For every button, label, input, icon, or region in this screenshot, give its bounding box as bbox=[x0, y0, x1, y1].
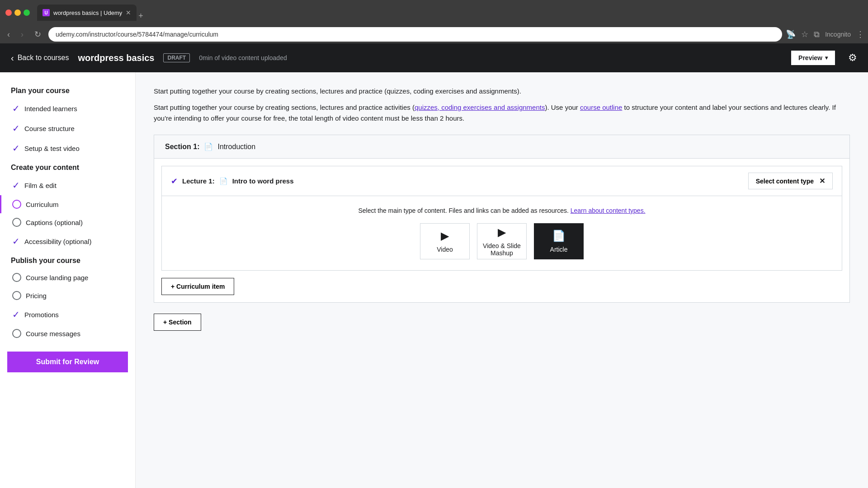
video-slide-mashup-option[interactable]: ▶ Video & Slide Mashup bbox=[477, 223, 527, 259]
circle-icon bbox=[12, 291, 21, 300]
check-icon: ✓ bbox=[12, 180, 20, 191]
check-icon: ✓ bbox=[12, 123, 20, 134]
preview-button[interactable]: Preview ▾ bbox=[791, 50, 835, 66]
lecture-title-text: Intro to word press bbox=[232, 177, 294, 185]
main-layout: Plan your course ✓ Intended learners ✓ C… bbox=[0, 72, 868, 488]
back-arrow-icon: ‹ bbox=[11, 53, 14, 63]
sidebar-item-label: Setup & test video bbox=[24, 145, 80, 152]
browser-tab[interactable]: U wordpress basics | Udemy ✕ bbox=[37, 5, 137, 21]
article-icon: 📄 bbox=[552, 230, 566, 242]
intro-paragraph-2: Start putting together your course by cr… bbox=[154, 102, 850, 124]
bookmark-icon: ☆ bbox=[801, 29, 808, 39]
sidebar-publish-section-title: Publish your course bbox=[0, 251, 135, 268]
new-tab-button[interactable]: + bbox=[138, 11, 143, 21]
lecture-doc-icon: 📄 bbox=[219, 177, 228, 185]
sidebar-plan-section-title: Plan your course bbox=[0, 81, 135, 99]
circle-icon bbox=[12, 273, 21, 282]
content-options: ▶ Video ▶ Video & Slide Mashup 📄 Article bbox=[173, 223, 831, 259]
video-label: Video bbox=[437, 246, 453, 253]
learn-content-types-link[interactable]: Learn about content types. bbox=[571, 207, 646, 214]
sidebar-item-pricing[interactable]: Pricing bbox=[0, 286, 135, 305]
sidebar-item-curriculum[interactable]: Curriculum bbox=[0, 195, 135, 213]
video-slide-icon: ▶ bbox=[498, 226, 506, 239]
cast-icon: 📡 bbox=[786, 29, 796, 39]
settings-button[interactable]: ⚙ bbox=[848, 52, 857, 64]
course-outline-link[interactable]: course outline bbox=[580, 103, 622, 111]
gear-icon: ⚙ bbox=[848, 52, 857, 63]
intro-text-mid: ). Use your bbox=[545, 103, 580, 111]
sidebar-item-label: Film & edit bbox=[24, 182, 57, 189]
browser-toolbar-icons: 📡 ☆ ⧉ Incognito ⋮ bbox=[786, 29, 864, 39]
video-upload-info: 0min of video content uploaded bbox=[199, 54, 782, 61]
submit-for-review-button[interactable]: Submit for Review bbox=[7, 352, 128, 372]
maximize-window-button[interactable] bbox=[24, 9, 30, 16]
section-doc-icon: 📄 bbox=[204, 142, 213, 151]
close-content-type-button[interactable]: ✕ bbox=[819, 177, 825, 185]
sidebar-item-setup-test-video[interactable]: ✓ Setup & test video bbox=[0, 138, 135, 158]
preview-label: Preview bbox=[798, 54, 822, 61]
tab-favicon: U bbox=[42, 9, 50, 16]
preview-caret-icon: ▾ bbox=[825, 55, 828, 61]
profile-icon: Incognito bbox=[825, 31, 851, 38]
back-button[interactable]: ‹ bbox=[4, 28, 14, 41]
sidebar-item-course-structure[interactable]: ✓ Course structure bbox=[0, 118, 135, 138]
intro-text-pre: Start putting together your course by cr… bbox=[154, 103, 415, 111]
back-to-courses-label: Back to courses bbox=[18, 54, 69, 62]
sidebar-item-captions[interactable]: Captions (optional) bbox=[0, 213, 135, 231]
quizzes-link[interactable]: quizzes, coding exercises and assignment… bbox=[415, 103, 545, 111]
menu-icon: ⋮ bbox=[856, 29, 864, 39]
course-title: wordpress basics bbox=[78, 53, 155, 63]
video-option[interactable]: ▶ Video bbox=[420, 223, 470, 259]
sidebar-item-label: Course landing page bbox=[26, 274, 88, 282]
select-content-type-button[interactable]: Select content type ✕ bbox=[748, 173, 833, 189]
address-bar[interactable]: udemy.com/instructor/course/5784474/mana… bbox=[48, 27, 782, 42]
sidebar-item-label: Pricing bbox=[26, 292, 47, 300]
section-label: Section 1: bbox=[165, 143, 199, 151]
sidebar-item-course-messages[interactable]: Course messages bbox=[0, 324, 135, 343]
split-view-icon: ⧉ bbox=[814, 30, 820, 39]
sidebar-item-intended-learners[interactable]: ✓ Intended learners bbox=[0, 99, 135, 118]
sidebar-item-promotions[interactable]: ✓ Promotions bbox=[0, 305, 135, 324]
sidebar-item-accessibility[interactable]: ✓ Accessibility (optional) bbox=[0, 231, 135, 251]
check-icon: ✓ bbox=[12, 143, 20, 154]
add-section-button[interactable]: + Section bbox=[154, 314, 201, 331]
circle-icon bbox=[12, 218, 21, 227]
tab-title: wordpress basics | Udemy bbox=[53, 9, 122, 16]
check-icon: ✓ bbox=[12, 103, 20, 114]
sidebar-item-label: Captions (optional) bbox=[26, 219, 83, 226]
close-window-button[interactable] bbox=[5, 9, 12, 16]
circle-icon bbox=[12, 200, 21, 209]
circle-icon bbox=[12, 329, 21, 338]
check-icon: ✓ bbox=[12, 309, 20, 320]
draft-badge: DRAFT bbox=[163, 53, 190, 62]
app-header: ‹ Back to courses wordpress basics DRAFT… bbox=[0, 43, 868, 72]
refresh-button[interactable]: ↻ bbox=[31, 28, 45, 41]
sidebar: Plan your course ✓ Intended learners ✓ C… bbox=[0, 72, 136, 488]
minimize-window-button[interactable] bbox=[14, 9, 21, 16]
lecture-left: ✔ Lecture 1: 📄 Intro to word press bbox=[171, 176, 294, 186]
forward-button[interactable]: › bbox=[17, 28, 27, 41]
section-name: Introduction bbox=[217, 143, 255, 151]
window-controls bbox=[5, 9, 30, 16]
sidebar-item-course-landing-page[interactable]: Course landing page bbox=[0, 268, 135, 286]
hint-text-pre: Select the main type of content. Files a… bbox=[358, 207, 570, 214]
lecture-container: ✔ Lecture 1: 📄 Intro to word press Selec… bbox=[161, 166, 842, 271]
address-text: udemy.com/instructor/course/5784474/mana… bbox=[56, 31, 218, 38]
content-area: Start putting together your course by cr… bbox=[136, 72, 868, 488]
sidebar-item-label: Course structure bbox=[24, 125, 75, 132]
sidebar-item-label: Accessibility (optional) bbox=[24, 238, 91, 245]
tab-close-button[interactable]: ✕ bbox=[126, 9, 131, 16]
lecture-check-icon: ✔ bbox=[171, 176, 178, 186]
sidebar-item-film-edit[interactable]: ✓ Film & edit bbox=[0, 175, 135, 195]
video-slide-label: Video & Slide Mashup bbox=[477, 242, 526, 257]
article-option[interactable]: 📄 Article bbox=[534, 223, 584, 259]
sidebar-item-label: Course messages bbox=[26, 330, 80, 338]
back-to-courses-link[interactable]: ‹ Back to courses bbox=[11, 53, 69, 63]
section-header: Section 1: 📄 Introduction bbox=[154, 135, 849, 159]
browser-titlebar: U wordpress basics | Udemy ✕ + bbox=[0, 0, 868, 25]
add-curriculum-item-button[interactable]: + Curriculum item bbox=[161, 278, 234, 295]
sidebar-item-label: Intended learners bbox=[24, 105, 77, 113]
article-label: Article bbox=[550, 246, 568, 253]
video-icon: ▶ bbox=[441, 230, 449, 242]
address-bar-row: ‹ › ↻ udemy.com/instructor/course/578447… bbox=[0, 25, 868, 43]
